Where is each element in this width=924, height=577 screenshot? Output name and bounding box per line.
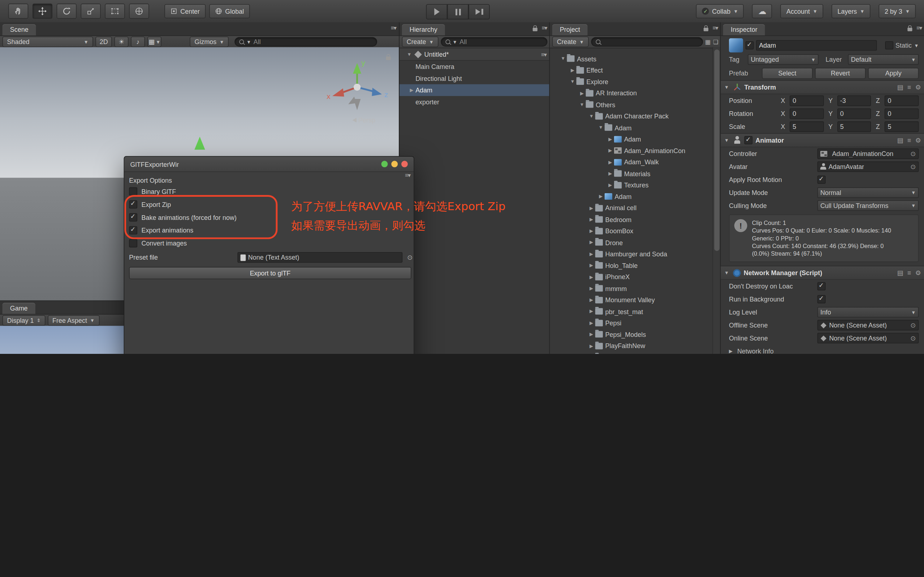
- scene-menu-icon[interactable]: ≡▾: [541, 51, 546, 58]
- search-by-label-icon[interactable]: ❏: [713, 39, 718, 45]
- foldout-icon[interactable]: [588, 229, 595, 234]
- project-item[interactable]: Materials: [550, 168, 721, 179]
- tab-game[interactable]: Game: [3, 303, 35, 314]
- object-picker-icon[interactable]: ⊙: [910, 164, 916, 170]
- foldout-icon[interactable]: [606, 160, 614, 165]
- cloud-button[interactable]: ☁: [752, 4, 772, 18]
- panel-menu-icon[interactable]: ≡▾: [391, 25, 396, 31]
- animator-component-header[interactable]: ▼ Animator ▤≡⚙: [721, 133, 924, 147]
- z-value-field[interactable]: 0: [885, 108, 919, 119]
- project-item[interactable]: Adam: [550, 122, 721, 134]
- foldout-icon[interactable]: [405, 52, 413, 57]
- space-mode-button[interactable]: Global: [209, 4, 250, 18]
- 2d-toggle[interactable]: 2D: [95, 37, 112, 47]
- project-item[interactable]: mmmm: [550, 283, 721, 294]
- project-item[interactable]: Pepsi: [550, 318, 721, 329]
- prefab-button[interactable]: Revert: [815, 68, 866, 79]
- project-item[interactable]: Adam Character Pack: [550, 111, 721, 122]
- lock-icon[interactable]: [908, 27, 913, 31]
- option-checkbox[interactable]: [129, 226, 137, 234]
- move-tool-button[interactable]: [32, 3, 52, 19]
- project-create-button[interactable]: Create ▼: [552, 37, 589, 47]
- tag-dropdown[interactable]: Untagged ▼: [748, 54, 819, 64]
- gizmos-dropdown[interactable]: Gizmos ▼: [190, 37, 229, 47]
- gear-icon[interactable]: ⚙: [915, 269, 921, 277]
- gear-icon[interactable]: ⚙: [915, 84, 921, 91]
- project-item[interactable]: Adam: [550, 191, 721, 203]
- aspect-dropdown[interactable]: Free Aspect ▼: [48, 315, 99, 326]
- object-picker-icon[interactable]: ⊙: [910, 322, 916, 329]
- update-mode-dropdown[interactable]: Normal ▼: [818, 187, 919, 198]
- project-item[interactable]: Others: [550, 99, 721, 111]
- chevron-down-icon[interactable]: ▼: [914, 43, 919, 48]
- project-item[interactable]: Bedroom: [550, 214, 721, 225]
- effects-dropdown[interactable]: ▦▼: [147, 37, 161, 47]
- y-value-field[interactable]: 0: [837, 108, 871, 119]
- close-window-icon[interactable]: [401, 161, 408, 167]
- prefab-button[interactable]: Apply: [868, 68, 919, 79]
- option-checkbox[interactable]: [129, 187, 137, 196]
- scene-orientation-gizmo[interactable]: x y z: [325, 58, 389, 116]
- project-item[interactable]: pbr_test_mat: [550, 306, 721, 318]
- pause-button[interactable]: [447, 4, 469, 19]
- foldout-icon[interactable]: [408, 87, 415, 93]
- presets-icon[interactable]: ≡: [907, 137, 911, 144]
- export-option-row[interactable]: Convert images: [129, 237, 409, 250]
- foldout-icon[interactable]: [588, 205, 595, 211]
- collab-button[interactable]: ✓ Collab ▼: [696, 4, 744, 18]
- project-item[interactable]: AR Interaction: [550, 87, 721, 99]
- panel-menu-icon[interactable]: ≡▾: [713, 25, 718, 31]
- presets-icon[interactable]: ≡: [907, 84, 911, 91]
- x-value-field[interactable]: 0: [790, 95, 824, 106]
- option-checkbox[interactable]: [129, 213, 137, 222]
- foldout-icon[interactable]: [588, 251, 595, 257]
- export-to-gltf-button[interactable]: Export to glTF: [129, 267, 411, 279]
- foldout-icon[interactable]: [588, 332, 595, 337]
- project-scrollbar[interactable]: [712, 47, 721, 354]
- help-icon[interactable]: ▤: [897, 269, 903, 277]
- lock-icon[interactable]: [533, 27, 537, 31]
- project-item[interactable]: Animal cell: [550, 202, 721, 214]
- hand-tool-button[interactable]: [8, 3, 28, 19]
- project-item[interactable]: Assets: [550, 53, 721, 64]
- presets-icon[interactable]: ≡: [907, 269, 911, 277]
- help-icon[interactable]: ▤: [897, 84, 903, 91]
- prefab-button[interactable]: Select: [762, 68, 813, 79]
- project-item[interactable]: iPhoneX: [550, 271, 721, 283]
- preset-object-field[interactable]: None (Text Asset): [237, 252, 402, 263]
- foldout-icon[interactable]: [588, 297, 595, 303]
- y-value-field[interactable]: 5: [837, 121, 871, 132]
- foldout-icon[interactable]: ▼: [724, 270, 730, 276]
- pivot-mode-button[interactable]: Center: [164, 4, 206, 18]
- foldout-icon[interactable]: [597, 194, 605, 199]
- foldout-icon[interactable]: [578, 102, 585, 108]
- apply-root-motion-checkbox[interactable]: [818, 176, 826, 184]
- option-checkbox[interactable]: [129, 239, 137, 247]
- scale-tool-button[interactable]: [81, 3, 101, 19]
- hierarchy-item[interactable]: Adam: [400, 84, 550, 96]
- log-level-dropdown[interactable]: Info ▼: [818, 307, 919, 318]
- x-value-field[interactable]: 0: [790, 108, 824, 119]
- offline-scene-field[interactable]: None (Scene Asset) ⊙: [818, 320, 919, 330]
- object-name-field[interactable]: Adam: [756, 40, 877, 50]
- run-in-background-checkbox[interactable]: [818, 295, 826, 303]
- hierarchy-create-button[interactable]: Create ▼: [402, 37, 439, 47]
- animator-enabled-checkbox[interactable]: [744, 136, 752, 144]
- project-item[interactable]: BoomBox: [550, 225, 721, 237]
- static-checkbox[interactable]: [885, 41, 893, 50]
- hierarchy-item[interactable]: Directional Light: [400, 73, 550, 84]
- minimize-window-icon[interactable]: [391, 161, 398, 167]
- project-item[interactable]: Pepsi_Models: [550, 329, 721, 340]
- foldout-icon[interactable]: ▶: [729, 348, 735, 354]
- foldout-icon[interactable]: [588, 240, 595, 245]
- project-item[interactable]: Effect: [550, 64, 721, 76]
- project-item[interactable]: PlayFaithNew: [550, 340, 721, 352]
- foldout-icon[interactable]: [588, 263, 595, 268]
- project-item[interactable]: Textures: [550, 179, 721, 191]
- foldout-icon[interactable]: [578, 90, 585, 96]
- culling-mode-dropdown[interactable]: Cull Update Transforms ▼: [818, 200, 919, 211]
- object-picker-icon[interactable]: ⊙: [910, 151, 916, 157]
- foldout-icon[interactable]: [597, 125, 605, 131]
- panel-menu-icon[interactable]: ≡▾: [916, 25, 921, 31]
- foldout-icon[interactable]: [588, 320, 595, 326]
